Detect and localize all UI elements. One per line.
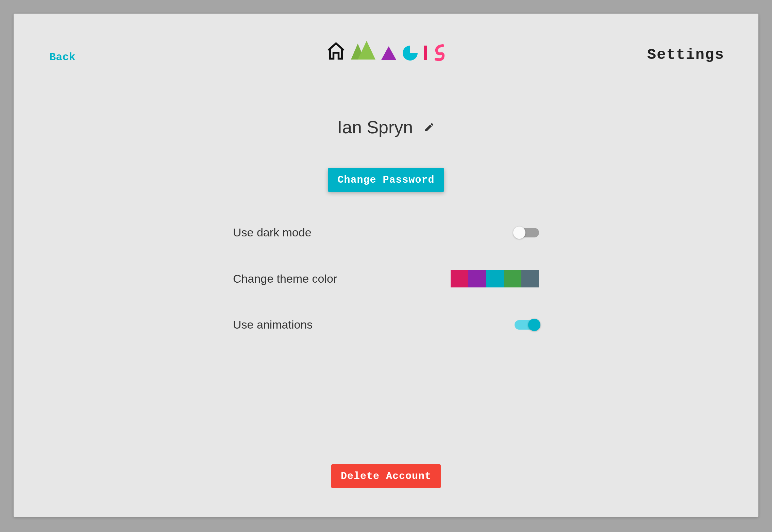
theme-swatch-bluegrey[interactable] <box>521 270 539 287</box>
svg-rect-3 <box>424 46 427 60</box>
svg-marker-2 <box>381 46 396 60</box>
circle-icon <box>402 45 418 63</box>
dark-mode-label: Use dark mode <box>233 226 312 239</box>
mountain-icon <box>351 41 375 63</box>
dark-mode-toggle[interactable] <box>515 228 539 237</box>
animations-toggle[interactable] <box>515 320 539 330</box>
theme-swatch-green[interactable] <box>504 270 521 287</box>
theme-color-swatches <box>451 270 539 287</box>
edit-icon[interactable] <box>424 122 435 133</box>
triangle-icon <box>380 44 397 63</box>
user-name-row: Ian Spryn <box>337 117 435 137</box>
theme-swatch-purple[interactable] <box>468 270 486 287</box>
theme-color-row: Change theme color <box>233 270 539 287</box>
settings-card: Back <box>14 14 758 517</box>
user-name: Ian Spryn <box>337 117 413 137</box>
page-title: Settings <box>647 46 724 63</box>
delete-account-button[interactable]: Delete Account <box>331 464 441 488</box>
home-icon[interactable] <box>326 41 346 63</box>
theme-color-label: Change theme color <box>233 272 337 285</box>
animations-label: Use animations <box>233 318 313 331</box>
settings-content: Ian Spryn Change Password Use dark mode … <box>44 117 728 331</box>
theme-swatch-teal[interactable] <box>486 270 504 287</box>
logo <box>44 41 728 63</box>
animations-row: Use animations <box>233 318 539 331</box>
change-password-button[interactable]: Change Password <box>328 168 444 192</box>
s-icon <box>433 44 446 63</box>
settings-rows: Use dark mode Change theme color Use ani… <box>233 226 539 331</box>
bar-icon <box>423 44 428 63</box>
dark-mode-row: Use dark mode <box>233 226 539 239</box>
theme-swatch-pink[interactable] <box>451 270 468 287</box>
back-link[interactable]: Back <box>49 51 75 64</box>
